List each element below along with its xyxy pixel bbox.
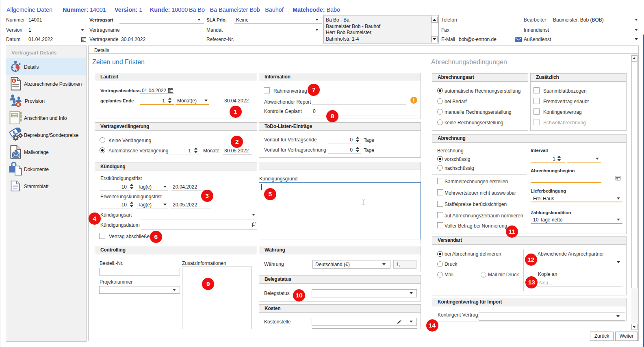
svg-text:€: € xyxy=(13,79,15,83)
svg-text:€: € xyxy=(17,102,20,107)
